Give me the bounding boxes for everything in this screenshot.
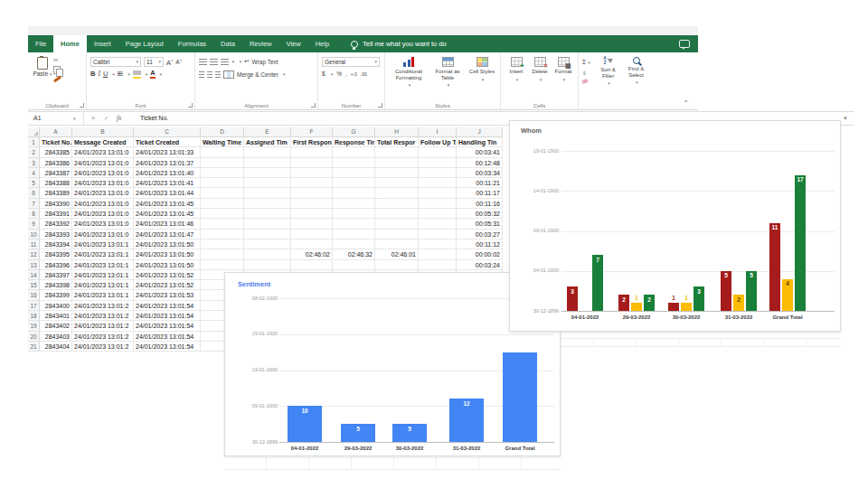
row-header-9[interactable]: 9 — [28, 219, 40, 229]
bold-button[interactable]: B — [90, 70, 95, 79]
font-color-button[interactable]: A — [150, 70, 155, 79]
cell[interactable] — [291, 260, 333, 270]
cell[interactable]: 24/01/2023 13:01:53 — [134, 290, 201, 300]
ribbon-tab-home[interactable]: Home — [53, 35, 87, 52]
cell[interactable] — [375, 260, 419, 270]
cell[interactable]: 00:05:32 — [457, 209, 503, 219]
italic-button[interactable]: I — [98, 70, 100, 79]
cell[interactable] — [333, 188, 375, 198]
cell[interactable] — [419, 249, 457, 259]
cell[interactable]: 2843394 — [40, 239, 72, 249]
cell[interactable]: 00:12:48 — [457, 158, 503, 168]
column-header-F[interactable]: F — [291, 127, 333, 137]
name-box-caret-icon[interactable]: ▾ — [73, 112, 76, 125]
formula-bar-expand-icon[interactable]: ▼ — [843, 112, 848, 125]
underline-button[interactable]: U — [103, 70, 108, 79]
cell[interactable]: 02:46:32 — [333, 249, 375, 259]
align-top-icon[interactable] — [199, 59, 207, 65]
enter-icon[interactable]: ✓ — [104, 112, 108, 125]
cell[interactable] — [201, 147, 244, 157]
copy-icon[interactable] — [53, 66, 61, 74]
align-left-icon[interactable] — [199, 71, 204, 78]
cell[interactable] — [244, 147, 291, 157]
cell[interactable] — [375, 178, 419, 188]
ribbon-tab-data[interactable]: Data — [213, 35, 242, 52]
cell[interactable] — [419, 147, 457, 157]
cell[interactable]: 2843389 — [40, 188, 72, 198]
row-header-13[interactable]: 13 — [28, 260, 40, 270]
cell[interactable] — [291, 209, 333, 219]
cell[interactable] — [244, 239, 291, 249]
align-right-icon[interactable] — [215, 71, 221, 78]
format-painter-icon[interactable] — [53, 76, 61, 83]
cell[interactable] — [291, 188, 333, 198]
row-header-12[interactable]: 12 — [28, 249, 40, 259]
column-header-B[interactable]: B — [72, 127, 134, 137]
cell[interactable] — [419, 230, 457, 239]
cell[interactable] — [244, 178, 291, 188]
cell[interactable]: 24/01/2023 13:01:54 — [134, 332, 201, 342]
cell[interactable] — [419, 188, 457, 198]
column-header-J[interactable]: J — [457, 127, 503, 137]
cell[interactable]: 2843395 — [40, 249, 72, 259]
tell-me-box[interactable]: Tell me what you want to do — [351, 35, 447, 52]
cell[interactable]: 24/01/2023 13:01:33 — [134, 147, 201, 157]
cell[interactable]: 00:03:34 — [457, 168, 503, 178]
increase-decimal-button[interactable]: +.0 — [351, 70, 357, 79]
cancel-icon[interactable]: × — [91, 112, 95, 125]
cell[interactable]: 24/01/2023 13:01:54 — [134, 311, 201, 321]
cell[interactable]: 2843393 — [40, 230, 72, 239]
cell[interactable]: 02:46:02 — [291, 249, 333, 259]
row-header-18[interactable]: 18 — [28, 311, 40, 321]
cell[interactable]: Total Respor — [375, 137, 419, 147]
ribbon-tab-insert[interactable]: Insert — [87, 35, 118, 52]
row-header-7[interactable]: 7 — [28, 199, 40, 209]
cell[interactable]: 24/01/2023 13:01:2 — [72, 332, 134, 342]
cell[interactable]: 2843404 — [40, 342, 72, 352]
cell[interactable]: Follow Up To — [419, 137, 457, 147]
cell[interactable]: 00:00:02 — [457, 249, 503, 259]
select-all-corner[interactable] — [28, 127, 40, 137]
ribbon-tab-formulas[interactable]: Formulas — [171, 35, 213, 52]
cell[interactable]: 24/01/2023 13:01:50 — [134, 260, 201, 270]
ribbon-tab-review[interactable]: Review — [242, 35, 279, 52]
cell[interactable] — [244, 260, 291, 270]
cell[interactable]: 24/01/2023 13:01:0 — [72, 147, 134, 157]
cell[interactable] — [419, 209, 457, 219]
collapse-ribbon-button[interactable]: ⌃ — [683, 99, 689, 108]
cell[interactable]: 24/01/2023 13:01:40 — [134, 168, 201, 178]
row-header-2[interactable]: 2 — [28, 147, 40, 157]
cell[interactable] — [419, 239, 457, 249]
row-header-14[interactable]: 14 — [28, 270, 40, 280]
cell[interactable]: 24/01/2023 13:01:54 — [134, 301, 201, 311]
row-header-11[interactable]: 11 — [28, 239, 40, 249]
insert-cells-button[interactable]: + Insert▾ — [505, 55, 528, 98]
fill-button[interactable]: ⇩ — [582, 69, 594, 78]
cell[interactable] — [375, 239, 419, 249]
cut-icon[interactable]: ✂ — [53, 57, 61, 64]
cell[interactable]: 24/01/2023 13:01:50 — [134, 239, 201, 249]
cell[interactable] — [201, 219, 244, 229]
cell[interactable]: 24/01/2023 13:01:1 — [72, 260, 134, 270]
chart-whom[interactable]: Whom30-12-189904-01-190009-01-190014-01-… — [509, 120, 841, 332]
formula-input[interactable]: Ticket No. — [140, 112, 168, 125]
align-bottom-icon[interactable] — [221, 59, 229, 65]
number-dialog-launcher[interactable] — [378, 103, 382, 108]
cell[interactable]: 24/01/2023 13:01:2 — [72, 321, 134, 331]
orientation-button[interactable]: ⌁ — [231, 57, 235, 66]
cell[interactable]: 24/01/2023 13:01:1 — [72, 270, 134, 280]
font-size-select[interactable]: 11▾ — [144, 57, 164, 67]
cell[interactable]: 24/01/2023 13:01:1 — [72, 249, 134, 259]
cell[interactable] — [201, 158, 244, 168]
column-header-H[interactable]: H — [375, 127, 419, 137]
font-dialog-launcher[interactable] — [188, 103, 193, 108]
cell[interactable]: 02:46:01 — [375, 249, 419, 259]
cell[interactable]: 24/01/2023 13:01:1 — [72, 280, 134, 290]
cell[interactable] — [244, 199, 291, 209]
cell[interactable] — [333, 230, 375, 239]
cell[interactable]: 24/01/2023 13:01:0 — [72, 199, 134, 209]
cell[interactable]: 24/01/2023 13:01:45 — [134, 209, 201, 219]
cell[interactable]: 2843401 — [40, 311, 72, 321]
cell[interactable]: 00:03:41 — [457, 147, 503, 157]
cell[interactable]: Assigned Tim — [244, 137, 291, 147]
